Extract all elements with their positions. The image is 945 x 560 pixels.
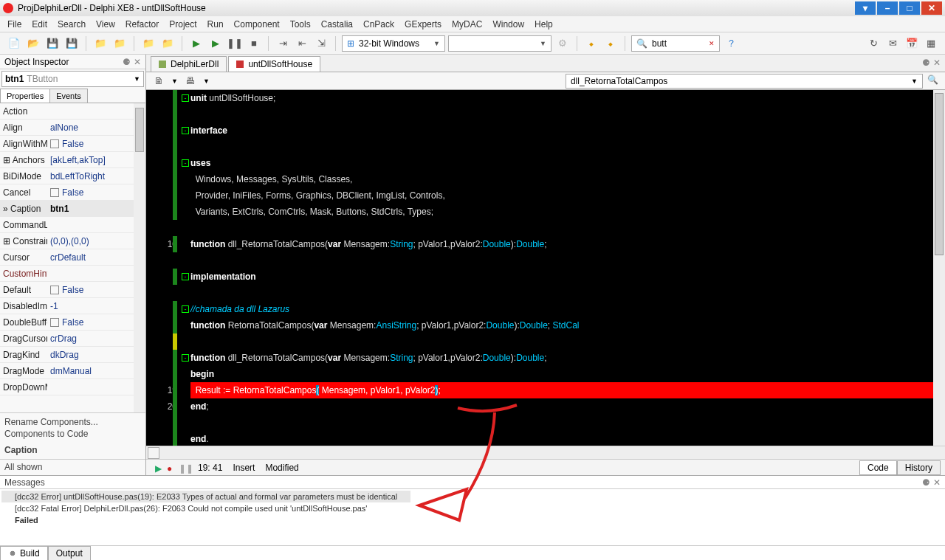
prop-row[interactable]: » Captionbtn1 (0, 201, 145, 217)
message-item[interactable]: [dcc32 Fatal Error] DelphiLerDll.pas(26)… (1, 502, 380, 514)
folder-add-button[interactable]: 📁 (140, 35, 157, 52)
stop-button[interactable]: ■ (246, 35, 262, 52)
close-icon[interactable]: ✕ (134, 57, 141, 67)
footer-action-rename[interactable]: Rename Components... (4, 416, 141, 428)
close-icon[interactable]: ✕ (933, 58, 941, 68)
close-icon[interactable]: ✕ (933, 477, 941, 488)
prop-row[interactable]: Action (0, 103, 145, 120)
cursor-pos: 19: 41 (198, 463, 222, 473)
folder-play-button[interactable]: 📁 (159, 35, 176, 52)
editor-tab[interactable]: untDllSoftHouse (228, 56, 320, 72)
prop-row[interactable]: DragCursorcrDrag (0, 331, 145, 347)
menu-cnpack[interactable]: CnPack (363, 19, 394, 30)
run-button[interactable]: ▶ (188, 35, 205, 52)
prop-row[interactable]: DisabledImageIndex-1 (0, 298, 145, 314)
menu-help[interactable]: Help (535, 19, 553, 30)
menu-castalia[interactable]: Castalia (321, 19, 353, 30)
help-button[interactable]: ？ (723, 35, 739, 52)
macro-pause-icon[interactable]: ❚❚ (179, 463, 188, 472)
editor-vscroll[interactable] (933, 90, 945, 446)
message-item[interactable]: Failed (1, 514, 52, 526)
macro-record-icon[interactable]: ● (167, 463, 176, 472)
menu-tools[interactable]: Tools (290, 19, 311, 30)
prop-row[interactable]: CursorcrDefault (0, 249, 145, 266)
menu-file[interactable]: File (7, 19, 21, 30)
function-combo[interactable]: dll_RetornaTotalCampos ▼ (566, 74, 923, 89)
maximize-button[interactable]: □ (899, 1, 920, 15)
find-icon[interactable]: 🔍 (927, 75, 941, 88)
prop-row[interactable]: ⊞ Anchors[akLeft,akTop] (0, 152, 145, 168)
close-button[interactable]: ✕ (921, 1, 942, 15)
add-folder-button[interactable]: 📁 (92, 35, 109, 52)
menu-gexperts[interactable]: GExperts (405, 19, 441, 30)
prop-row[interactable]: ⊞ Constraints(0,0),(0,0) (0, 233, 145, 249)
menu-project[interactable]: Project (169, 19, 196, 30)
macro-play-icon[interactable]: ▶ (155, 463, 164, 472)
component-name: btn1 (5, 74, 24, 84)
pin-icon[interactable]: ⚈ (922, 477, 930, 488)
remove-button[interactable]: 📁 (111, 35, 128, 52)
editor-tab[interactable]: DelphiLerDll (151, 56, 227, 72)
save-all-button[interactable]: 💾 (63, 35, 80, 52)
prop-row[interactable]: DragModedmManual (0, 363, 145, 379)
message-item[interactable]: [dcc32 Error] untDllSoftHouse.pas(19): E… (1, 491, 410, 502)
run-without-debug-button[interactable]: ▶ (207, 35, 224, 52)
editor-area: DelphiLerDlluntDllSoftHouse⚈✕ 🗎▼ 🖶▼ dll_… (146, 55, 945, 475)
messages-list[interactable]: [dcc32 Error] untDllSoftHouse.pas(19): E… (0, 489, 945, 545)
menu-mydac[interactable]: MyDAC (452, 19, 482, 30)
print-icon[interactable]: 🖶 (182, 73, 199, 89)
prop-row[interactable]: CancelFalse (0, 184, 145, 201)
new-button[interactable]: 📄 (6, 35, 22, 52)
tab-code[interactable]: Code (859, 460, 897, 475)
tab-output[interactable]: Output (48, 546, 91, 560)
prop-row[interactable]: CommandLink (0, 217, 145, 233)
menu-run[interactable]: Run (207, 19, 224, 30)
config-select[interactable]: ▼ (448, 35, 551, 52)
minimize-button[interactable]: ▾ (855, 1, 876, 15)
menu-view[interactable]: View (96, 19, 115, 30)
tab-properties[interactable]: Properties (0, 89, 50, 103)
tab-build[interactable]: Build (0, 546, 48, 560)
inspector-tabs: Properties Events (0, 89, 145, 103)
nav-back-button[interactable]: ⬥ (583, 35, 599, 52)
mail-icon[interactable]: ✉ (884, 35, 901, 52)
prop-row[interactable]: AlignalNone (0, 120, 145, 136)
ide-search[interactable]: 🔍 butt ✕ (631, 35, 720, 52)
tab-history[interactable]: History (897, 460, 941, 475)
save-button[interactable]: 💾 (44, 35, 61, 52)
minimize2-button[interactable]: – (877, 1, 898, 15)
prop-row[interactable]: CustomHint (0, 266, 145, 282)
nav-fwd-button[interactable]: ⬥ (602, 35, 619, 52)
prop-row[interactable]: DoubleBufferedFalse (0, 314, 145, 331)
pin-icon[interactable]: ⚈ (922, 58, 930, 68)
menu-search[interactable]: Search (58, 19, 86, 30)
prop-row[interactable]: DropDownMenu (0, 379, 145, 395)
prop-row[interactable]: DefaultFalse (0, 282, 145, 298)
menu-refactor[interactable]: Refactor (126, 19, 159, 30)
pin-icon[interactable]: ⚈ (123, 57, 131, 67)
open-button[interactable]: 📂 (25, 35, 41, 52)
calendar-icon[interactable]: 📅 (904, 35, 920, 52)
app-logo (3, 3, 13, 13)
menu-window[interactable]: Window (492, 19, 524, 30)
messages-title: Messages (4, 477, 45, 488)
refresh-icon[interactable]: ↻ (865, 35, 882, 52)
editor-hscroll[interactable] (146, 446, 945, 459)
prop-row[interactable]: AlignWithMarginsFalse (0, 136, 145, 152)
pause-button[interactable]: ❚❚ (227, 35, 243, 52)
prop-row[interactable]: DragKinddkDrag (0, 347, 145, 363)
platform-select[interactable]: ⊞ 32-bit Windows ▼ (342, 35, 445, 52)
prop-row[interactable]: BiDiModebdLeftToRight (0, 168, 145, 184)
unit-icon[interactable]: 🗎 (151, 73, 167, 89)
step-into-button[interactable]: ⇥ (275, 35, 291, 52)
property-grid[interactable]: ActionAlignalNoneAlignWithMarginsFalse⊞ … (0, 103, 145, 412)
grid-icon[interactable]: ▦ (923, 35, 939, 52)
step-out-button[interactable]: ⇲ (313, 35, 329, 52)
component-select[interactable]: btn1 TButton ▼ (1, 71, 144, 87)
menu-component[interactable]: Component (234, 19, 280, 30)
step-over-button[interactable]: ⇤ (294, 35, 310, 52)
menu-edit[interactable]: Edit (32, 19, 47, 30)
tab-events[interactable]: Events (49, 89, 88, 103)
code-editor[interactable]: 101920 ------ unit untDllSoftHouse;inter… (146, 90, 945, 446)
footer-action-code[interactable]: Components to Code (4, 428, 141, 440)
